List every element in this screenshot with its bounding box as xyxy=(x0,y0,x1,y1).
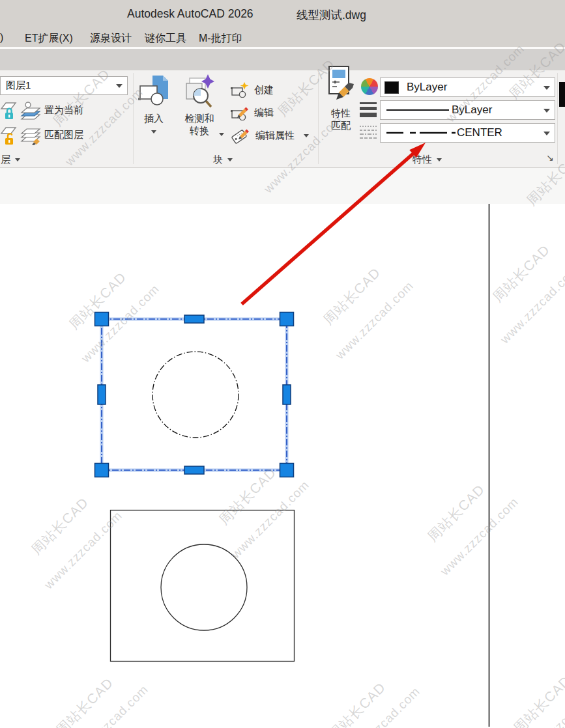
grip-mid-top[interactable] xyxy=(184,315,204,323)
drawing-canvas[interactable] xyxy=(0,0,565,728)
grip-corner-topleft[interactable] xyxy=(95,313,109,326)
selected-rectangle-halo xyxy=(102,319,287,470)
grip-corner-bottomleft[interactable] xyxy=(95,464,109,477)
plain-circle[interactable] xyxy=(161,544,247,630)
grip-corner-topright[interactable] xyxy=(280,313,294,326)
grip-mid-left[interactable] xyxy=(98,385,106,404)
selected-rectangle[interactable] xyxy=(102,319,287,470)
grip-mid-right[interactable] xyxy=(283,385,291,404)
grip-mid-bottom[interactable] xyxy=(184,466,204,474)
center-linetype-circle[interactable] xyxy=(152,352,239,438)
grip-corner-bottomright[interactable] xyxy=(280,464,294,477)
plain-rectangle[interactable] xyxy=(111,511,295,662)
